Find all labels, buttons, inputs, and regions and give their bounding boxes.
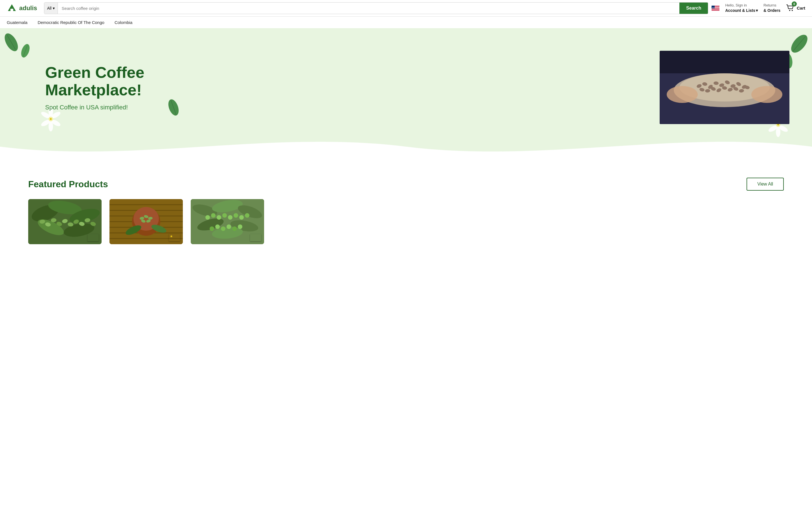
featured-header: Featured Products View All <box>28 178 784 190</box>
nav-item-congo[interactable]: Democratic Republic Of The Congo <box>38 20 104 25</box>
returns-label: Returns <box>763 3 780 8</box>
svg-point-19 <box>789 10 790 11</box>
product-image-congo <box>109 199 183 244</box>
account-link-label: Account & Lists <box>725 8 755 13</box>
products-grid <box>28 199 784 244</box>
featured-section: Featured Products View All <box>0 164 812 258</box>
svg-point-124 <box>221 226 225 231</box>
svg-point-114 <box>205 215 210 220</box>
svg-point-120 <box>239 215 244 220</box>
account-area[interactable]: Hello, Sign in Account & Lists ▾ <box>725 3 758 13</box>
svg-point-125 <box>226 224 231 229</box>
product-card-congo[interactable] <box>109 199 183 244</box>
product-card-colombia[interactable] <box>191 199 264 244</box>
search-button[interactable]: Search <box>680 3 708 14</box>
search-category-label: All <box>47 6 52 10</box>
svg-point-115 <box>211 213 216 218</box>
hero-image <box>660 51 790 124</box>
nav-item-colombia[interactable]: Colombia <box>115 20 132 25</box>
svg-point-126 <box>232 226 237 231</box>
account-greeting: Hello, Sign in <box>725 3 758 8</box>
svg-point-122 <box>210 226 214 231</box>
cart-icon-wrap: 0 <box>786 4 795 13</box>
cart-label: Cart <box>797 6 805 10</box>
nav-item-guatemala[interactable]: Guatemala <box>7 20 28 25</box>
svg-point-72 <box>751 86 782 103</box>
search-bar: All ▾ Search <box>44 2 708 14</box>
svg-text:★★★★★★★★★: ★★★★★★★★★ <box>712 6 719 8</box>
svg-rect-14 <box>712 10 719 10</box>
returns-area[interactable]: Returns & Orders <box>763 3 780 13</box>
svg-point-118 <box>228 215 232 220</box>
hero-image-inner <box>660 51 790 124</box>
logo-icon <box>7 3 17 13</box>
product-flag-guatemala <box>88 234 99 241</box>
account-chevron-icon: ▾ <box>756 8 758 13</box>
svg-point-117 <box>222 213 227 218</box>
svg-rect-1 <box>10 9 13 11</box>
orders-label: & Orders <box>763 8 780 13</box>
chevron-down-icon: ▾ <box>53 6 55 10</box>
svg-rect-10 <box>712 8 719 9</box>
svg-point-119 <box>234 213 238 218</box>
svg-rect-12 <box>712 9 719 9</box>
svg-point-20 <box>792 10 793 11</box>
svg-point-36 <box>50 118 52 120</box>
brand-name: adulis <box>19 4 37 12</box>
product-flag-colombia <box>250 234 261 241</box>
account-link[interactable]: Account & Lists ▾ <box>725 8 758 13</box>
cart-area[interactable]: 0 Cart <box>786 4 805 13</box>
svg-point-116 <box>217 215 221 220</box>
svg-point-71 <box>667 86 698 103</box>
hero-text: Green Coffee Marketplace! Spot Coffee in… <box>45 64 180 111</box>
featured-title: Featured Products <box>28 179 108 189</box>
search-category-dropdown[interactable]: All ▾ <box>44 3 58 14</box>
cart-badge: 0 <box>792 1 797 6</box>
main-nav: Guatemala Democratic Republic Of The Con… <box>0 17 812 28</box>
hero-subtitle: Spot Coffee in USA simplified! <box>45 104 180 111</box>
product-flag-congo <box>169 234 180 241</box>
product-card-guatemala[interactable] <box>28 199 102 244</box>
svg-point-127 <box>238 224 242 229</box>
product-image-guatemala <box>28 199 102 244</box>
view-all-button[interactable]: View All <box>747 178 784 190</box>
svg-point-123 <box>215 224 220 229</box>
hero-section: Green Coffee Marketplace! Spot Coffee in… <box>0 28 812 164</box>
site-header: adulis All ▾ Search ★★★★★★★★★ <box>0 0 812 17</box>
header-right: ★★★★★★★★★ Hello, Sign in Account & Lists… <box>712 3 805 13</box>
hero-wave <box>0 130 812 164</box>
us-flag-icon: ★★★★★★★★★ <box>712 6 719 11</box>
leaf-decoration-top-left-2 <box>17 42 34 60</box>
svg-rect-11 <box>712 9 719 9</box>
svg-rect-15 <box>712 10 719 11</box>
product-image-colombia <box>191 199 264 244</box>
hero-title: Green Coffee Marketplace! <box>45 64 180 98</box>
search-input[interactable] <box>58 3 680 14</box>
svg-point-121 <box>245 213 250 218</box>
logo-area[interactable]: adulis <box>7 3 41 13</box>
